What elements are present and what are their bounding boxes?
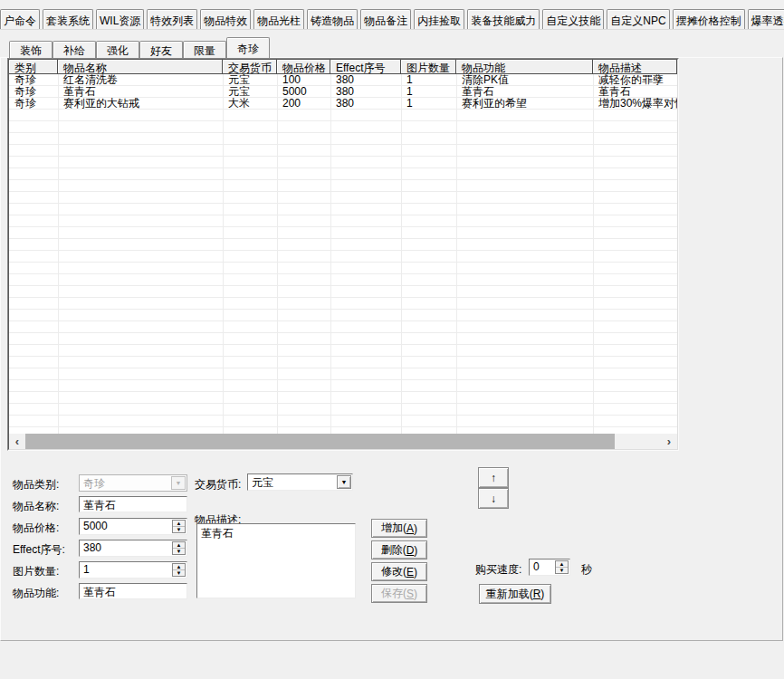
tab-user-command[interactable]: 户命令: [0, 9, 40, 30]
app-window: { "top_tabs": { "items": ["户命令", "套装系统",…: [0, 0, 784, 679]
tab-auto-pickup[interactable]: 内挂捡取: [414, 9, 464, 30]
item-grid: 类别 物品名称 交易货币 物品价格 Effect序号 图片数量 物品功能 物品描…: [8, 59, 678, 450]
spin-down-icon[interactable]: ▼: [556, 568, 568, 573]
grid-vline: [456, 74, 457, 434]
scroll-right-icon: ›: [667, 435, 671, 448]
up-arrow-icon: ↑: [491, 472, 496, 484]
grid-vline: [401, 74, 402, 434]
spin-buttons: ▲ ▼: [172, 520, 186, 533]
spin-down-icon[interactable]: ▼: [173, 527, 185, 532]
tab-bar-divider: [0, 29, 784, 30]
add-button[interactable]: 增加(A): [371, 519, 427, 538]
tab-effect-list[interactable]: 特效列表: [147, 9, 197, 30]
main-tab-bar: 户命令 套装系统 WIL资源 特效列表 物品特效 物品光柱 铸造物品 物品备注 …: [0, 7, 784, 30]
grid-header-row: 类别 物品名称 交易货币 物品价格 Effect序号 图片数量 物品功能 物品描…: [9, 60, 677, 74]
tab-custom-npc[interactable]: 自定义NPC: [607, 9, 669, 30]
spin-up-icon[interactable]: ▲: [556, 561, 568, 568]
grid-vline: [330, 74, 331, 434]
item-grid-panel: 类别 物品名称 交易货币 物品价格 Effect序号 图片数量 物品功能 物品描…: [7, 58, 679, 451]
spin-down-icon[interactable]: ▼: [173, 549, 185, 554]
header-price: 物品价格: [277, 60, 330, 74]
scroll-left-button[interactable]: ‹: [9, 434, 25, 449]
down-arrow-icon: ↓: [491, 493, 496, 505]
image-count-label: 图片数量:: [13, 564, 59, 579]
tab-limited[interactable]: 限量: [183, 41, 226, 58]
tab-item-beam[interactable]: 物品光柱: [253, 9, 304, 30]
grid-vline: [593, 74, 594, 434]
grid-vline: [277, 74, 278, 434]
scroll-right-button[interactable]: ›: [661, 434, 677, 449]
modify-button[interactable]: 修改(E): [371, 562, 427, 581]
item-category-combobox[interactable]: 奇珍 ▼: [79, 474, 187, 492]
header-image-count: 图片数量: [401, 60, 456, 74]
table-row[interactable]: 奇珍 赛利亚的大钻戒 大米 200 380 1 赛利亚的希望 增加30%爆率对怪: [9, 98, 677, 110]
header-category: 类别: [9, 60, 58, 74]
scrollbar-thumb[interactable]: [25, 434, 615, 449]
effect-no-label: Effect序号:: [13, 542, 65, 558]
buy-speed-spinner[interactable]: 0 ▲ ▼: [529, 559, 570, 576]
tab-enhance[interactable]: 强化: [96, 41, 139, 58]
tab-suit-system[interactable]: 套装系统: [43, 9, 93, 30]
spin-up-icon[interactable]: ▲: [173, 521, 185, 527]
tab-item-note[interactable]: 物品备注: [360, 9, 411, 30]
save-button[interactable]: 保存(S): [371, 584, 427, 603]
currency-combobox[interactable]: 元宝 ▼: [247, 473, 353, 491]
tab-stall-price-control[interactable]: 摆摊价格控制: [673, 9, 745, 30]
tab-wil-resource[interactable]: WIL资源: [96, 9, 144, 30]
tab-friend[interactable]: 好友: [139, 41, 183, 58]
spin-buttons: ▲ ▼: [172, 541, 186, 555]
chevron-down-icon[interactable]: ▼: [337, 475, 351, 489]
currency-label: 交易货币:: [195, 477, 241, 493]
item-desc-textarea[interactable]: 堇青石: [196, 523, 356, 598]
item-category-label: 物品类别:: [13, 477, 59, 493]
item-function-input[interactable]: 堇青石: [79, 583, 187, 599]
spin-buttons: ▲ ▼: [172, 563, 186, 577]
header-description: 物品描述: [593, 60, 677, 74]
buy-speed-unit: 秒: [581, 562, 592, 578]
tab-rare-selected[interactable]: 奇珍: [226, 37, 270, 58]
spin-up-icon[interactable]: ▲: [173, 542, 185, 549]
spin-down-icon[interactable]: ▼: [173, 570, 185, 576]
delete-button[interactable]: 删除(D): [371, 540, 427, 559]
tab-supply[interactable]: 补给: [53, 41, 96, 58]
table-row[interactable]: 奇珍 红名清洗卷 元宝 100 380 1 清除PK值 减轻你的罪孽: [9, 74, 677, 86]
image-count-spinner[interactable]: 1 ▲ ▼: [79, 561, 187, 579]
chevron-down-icon: ▼: [171, 476, 186, 490]
item-price-label: 物品价格:: [13, 521, 59, 536]
shop-category-tab-bar: 装饰 补给 强化 好友 限量 奇珍: [9, 37, 270, 58]
tab-forge-item[interactable]: 铸造物品: [307, 9, 358, 30]
header-currency: 交易货币: [223, 60, 277, 74]
item-function-label: 物品功能:: [13, 586, 59, 601]
grid-body: 奇珍 红名清洗卷 元宝 100 380 1 清除PK值 减轻你的罪孽 奇珍 堇青…: [9, 74, 677, 434]
buy-speed-label: 购买速度:: [475, 562, 521, 578]
item-price-spinner[interactable]: 5000 ▲ ▼: [79, 518, 187, 535]
item-name-input[interactable]: 堇青石: [79, 496, 187, 512]
header-function: 物品功能: [456, 60, 593, 74]
tab-item-effect[interactable]: 物品特效: [200, 9, 251, 30]
spin-up-icon[interactable]: ▲: [173, 564, 185, 570]
move-up-button[interactable]: ↑: [478, 467, 509, 488]
tab-custom-skill[interactable]: 自定义技能: [542, 9, 604, 30]
tab-decoration[interactable]: 装饰: [9, 41, 53, 58]
tab-drop-rate[interactable]: 爆率透视: [748, 9, 784, 30]
item-name-label: 物品名称:: [13, 499, 59, 514]
spin-buttons: ▲ ▼: [555, 560, 569, 574]
header-effect-no: Effect序号: [330, 60, 401, 74]
table-row[interactable]: 奇珍 堇青石 元宝 5000 380 1 堇青石 堇青石: [9, 86, 677, 98]
horizontal-scrollbar[interactable]: ‹ ›: [9, 434, 677, 449]
move-down-button[interactable]: ↓: [478, 488, 509, 509]
grid-vline: [58, 74, 59, 434]
reload-button[interactable]: 重新加载(R): [479, 584, 551, 604]
effect-no-spinner[interactable]: 380 ▲ ▼: [79, 540, 187, 557]
header-item-name: 物品名称: [58, 60, 223, 74]
scroll-left-icon: ‹: [15, 435, 19, 448]
grid-vline: [223, 74, 224, 434]
tab-equip-skill-power[interactable]: 装备技能威力: [467, 9, 540, 30]
